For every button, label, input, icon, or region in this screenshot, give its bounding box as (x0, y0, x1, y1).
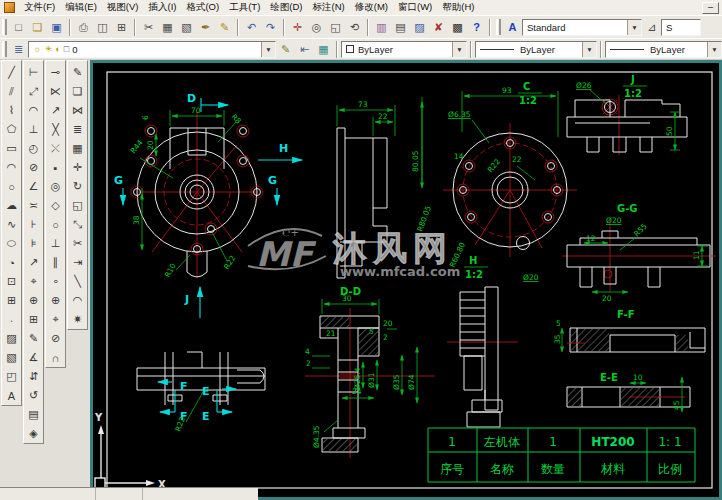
ellipse-arc-icon[interactable]: ◔ (3, 253, 21, 272)
center-mark-icon[interactable]: ⊕ (25, 291, 43, 310)
snap-insert-icon[interactable]: ⊕ (47, 291, 65, 310)
layer-color-swatch-icon[interactable]: □ (64, 44, 69, 54)
snap-node-icon[interactable]: ∘ (47, 272, 65, 291)
chevron-down-icon[interactable]: ▼ (582, 42, 596, 57)
copy-object-icon[interactable]: ❏ (69, 82, 87, 101)
sheet-set-manager-icon[interactable]: ▨ (410, 18, 429, 36)
menu-window[interactable]: 窗口(W) (393, 0, 437, 15)
erase-icon[interactable]: ✎ (69, 63, 87, 82)
text-style-combo[interactable]: Standard ▼ (522, 19, 642, 36)
snap-apparent-intersection-icon[interactable]: ⤬ (47, 139, 65, 158)
match-properties-icon[interactable]: ✒ (196, 18, 215, 36)
rectangle-icon[interactable]: ▭ (3, 139, 21, 158)
layer-manager-icon[interactable]: ≣ (9, 40, 28, 58)
fillet-icon[interactable]: ◠ (69, 291, 87, 310)
menu-format[interactable]: 格式(O) (181, 0, 224, 15)
rotate-icon[interactable]: ↻ (69, 177, 87, 196)
command-window-edge[interactable] (0, 487, 258, 500)
plot-preview-icon[interactable]: ◫ (93, 18, 112, 36)
layout-tab-stub[interactable] (95, 488, 143, 500)
dim-diameter-icon[interactable]: ⊘ (25, 158, 43, 177)
block-editor-icon[interactable]: ✎ (215, 18, 234, 36)
chevron-down-icon[interactable]: ▼ (627, 20, 641, 35)
dim-continue-icon[interactable]: ⊧ (25, 234, 43, 253)
lineweight-combo[interactable]: ByLayer ▼ (605, 41, 722, 58)
quickcalc-icon[interactable]: ▩ (448, 18, 467, 36)
snap-endpoint-icon[interactable]: ⋉ (47, 82, 65, 101)
layer-combo[interactable]: ☼☀◐□ 0 ▼ (28, 41, 276, 58)
arc-icon[interactable]: ◠ (3, 158, 21, 177)
dim-jogged-icon[interactable]: ⊞ (25, 310, 43, 329)
zoom-window-icon[interactable]: ◱ (326, 18, 345, 36)
toolbar-grip[interactable] (2, 19, 7, 35)
dim-arc-length-icon[interactable]: ◠ (25, 101, 43, 120)
dim-linear-icon[interactable]: ⊢ (25, 63, 43, 82)
construction-line-icon[interactable]: ⫽ (3, 82, 21, 101)
dim-edit-icon[interactable]: ✎ (25, 329, 43, 348)
window-minimize-button[interactable]: – (702, 2, 719, 14)
dim-style-manager-icon[interactable]: ▤ (25, 405, 43, 424)
markup-set-manager-icon[interactable]: ✘ (429, 18, 448, 36)
snap-perpendicular-icon[interactable]: ⊥ (47, 234, 65, 253)
menu-draw[interactable]: 绘图(D) (265, 0, 307, 15)
cut-icon[interactable]: ✂ (139, 18, 158, 36)
layer-previous-icon[interactable]: ⇤ (295, 40, 314, 58)
dim-style-icon[interactable]: ⊿ (642, 18, 661, 36)
dim-text-angle-icon[interactable]: ∡ (25, 348, 43, 367)
menu-help[interactable]: 帮助(H) (437, 0, 479, 15)
make-object-layer-current-icon[interactable]: ✎ (276, 40, 295, 58)
redo-icon[interactable]: ↷ (261, 18, 280, 36)
copy-clip-icon[interactable]: ▦ (158, 18, 177, 36)
new-file-icon[interactable]: □ (9, 18, 28, 36)
snap-from-icon[interactable]: ⊸ (47, 63, 65, 82)
help-icon[interactable]: ? (467, 18, 486, 36)
array-icon[interactable]: ▦ (69, 139, 87, 158)
menu-tools[interactable]: 工具(T) (224, 0, 265, 15)
trim-icon[interactable]: ✂ (69, 234, 87, 253)
snap-none-icon[interactable]: ⊘ (47, 329, 65, 348)
snap-tangent-icon[interactable]: ○ (47, 215, 65, 234)
revision-cloud-icon[interactable]: ☁ (3, 196, 21, 215)
layer-thaw-sun-icon[interactable]: ☀ (44, 44, 52, 54)
snap-quadrant-icon[interactable]: ◇ (47, 196, 65, 215)
paste-icon[interactable]: ▧ (177, 18, 196, 36)
dim-update-icon[interactable]: ↺ (25, 386, 43, 405)
menu-file[interactable]: 文件(F) (19, 0, 60, 15)
spline-icon[interactable]: ∿ (3, 215, 21, 234)
zoom-realtime-icon[interactable]: ◎ (307, 18, 326, 36)
snap-nearest-icon[interactable]: ⌖ (47, 310, 65, 329)
multiline-text-icon[interactable]: A (3, 386, 21, 405)
drawing-canvas[interactable]: 70 6 20 R44 R8 38 R10 R22 D H G G (90, 60, 722, 500)
stretch-icon[interactable]: ⤡ (69, 215, 87, 234)
insert-block-icon[interactable]: ⊡ (3, 272, 21, 291)
hatch-icon[interactable]: ▨ (3, 329, 21, 348)
quick-dim-icon[interactable]: ≍ (25, 196, 43, 215)
plot-icon[interactable]: ⎙ (74, 18, 93, 36)
designcenter-icon[interactable]: ▥ (372, 18, 391, 36)
publish-icon[interactable]: ⊞ (112, 18, 131, 36)
chevron-down-icon[interactable]: ▼ (261, 42, 275, 57)
layer-on-bulb-icon[interactable]: ☼ (33, 44, 41, 54)
dim-angular-icon[interactable]: ∠ (25, 177, 43, 196)
ellipse-icon[interactable]: ⬭ (3, 234, 21, 253)
mirror-icon[interactable]: ⋈ (69, 101, 87, 120)
point-icon[interactable]: ∙ (3, 310, 21, 329)
osnap-settings-icon[interactable]: ∩ (47, 348, 65, 367)
snap-intersection-icon[interactable]: ╳ (47, 120, 65, 139)
offset-icon[interactable]: ≣ (69, 120, 87, 139)
toolbar-grip[interactable] (2, 41, 7, 57)
dim-ordinate-icon[interactable]: ⊥ (25, 120, 43, 139)
linetype-combo[interactable]: ByLayer ▼ (475, 41, 597, 58)
polyline-icon[interactable]: ⌇ (3, 101, 21, 120)
chamfer-icon[interactable]: ╲ (69, 272, 87, 291)
layer-lock-icon[interactable]: ◐ (55, 44, 60, 54)
line-icon[interactable]: ╱ (3, 63, 21, 82)
dim-baseline-icon[interactable]: ⊦ (25, 215, 43, 234)
toolbar-grip[interactable] (496, 19, 501, 35)
scale-icon[interactable]: ◱ (69, 196, 87, 215)
quick-leader-icon[interactable]: ↗ (25, 253, 43, 272)
text-style-icon[interactable]: A (503, 18, 522, 36)
tolerance-icon[interactable]: ⌖ (25, 272, 43, 291)
move-icon[interactable]: ✛ (69, 158, 87, 177)
polygon-icon[interactable]: ⬠ (3, 120, 21, 139)
